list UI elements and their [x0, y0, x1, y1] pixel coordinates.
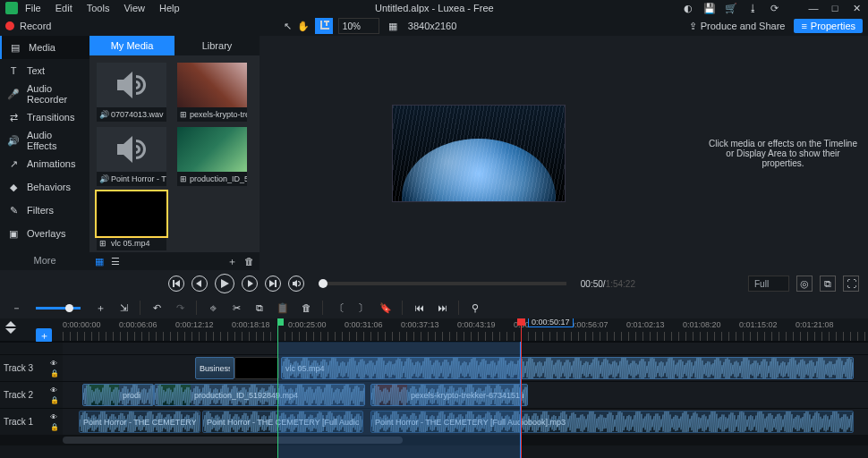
goto-end-button[interactable] [265, 276, 281, 292]
media-tab-my-media[interactable]: My Media [89, 36, 174, 55]
redo-button[interactable]: ↷ [173, 301, 187, 315]
detach-preview-button[interactable]: ⧉ [820, 276, 836, 292]
nav-item-text[interactable]: TText [0, 59, 89, 82]
clip[interactable]: Point Horror - THE CEMETERY [Full Audiob… [370, 411, 854, 433]
view-list-icon[interactable]: ☰ [111, 256, 120, 267]
undo-button[interactable]: ↶ [149, 301, 164, 315]
track-body[interactable]: Point Horror - THE CEMETERY [Full Audiob… [63, 409, 868, 435]
clip[interactable]: Point Horror - THE CEMETERY [Full Audiob… [79, 411, 200, 433]
media-item[interactable]: ⊞pexels-krypto-tre... [177, 63, 247, 122]
nav-item-filters[interactable]: ✎Filters [0, 199, 89, 222]
zoom-in-button[interactable]: ＋ [93, 301, 107, 315]
add-marker-button[interactable]: 🔖 [379, 301, 393, 315]
track-header[interactable]: Track 1👁🔒 [0, 409, 63, 435]
track-body[interactable]: prodiproduction_ID_5192849.mp4pexels-kry… [63, 382, 868, 408]
menu-edit[interactable]: Edit [48, 1, 80, 15]
menu-file[interactable]: File [18, 1, 48, 15]
media-item[interactable]: ⊞production_ID_5... [177, 127, 247, 186]
fullscreen-button[interactable]: ⛶ [843, 276, 859, 292]
mute-button[interactable] [288, 276, 304, 292]
clip[interactable]: production_ID_5192849.mp4 [154, 384, 365, 406]
media-item[interactable]: 🔊Point Horror - TH... [97, 127, 166, 186]
next-frame-button[interactable] [242, 276, 258, 292]
scrub-bar[interactable] [319, 282, 566, 285]
clip[interactable] [234, 357, 279, 379]
maximize-button[interactable]: □ [829, 3, 841, 13]
media-tab-library[interactable]: Library [174, 36, 260, 55]
nav-item-audio-recorder[interactable]: 🎤Audio Recorder [0, 82, 89, 106]
prev-frame-button[interactable] [191, 276, 208, 292]
download-icon[interactable]: ⭳ [746, 3, 759, 13]
nav-item-media[interactable]: ▤Media [0, 36, 89, 59]
goto-start-button[interactable] [168, 276, 184, 292]
preview-canvas[interactable] [260, 36, 698, 270]
prev-marker-button[interactable]: ⏮ [412, 301, 426, 315]
view-grid-icon[interactable]: ▦ [95, 256, 104, 267]
track-body[interactable]: Businessvlc 05.mp4 [63, 355, 868, 381]
scrollbar-thumb[interactable] [63, 437, 403, 444]
playhead[interactable] [521, 318, 522, 458]
refresh-icon[interactable]: ⟳ [768, 3, 780, 14]
menu-tools[interactable]: Tools [80, 1, 117, 15]
save-icon[interactable]: 💾 [703, 3, 716, 14]
aspect-select[interactable]: Full16:94:3 [748, 276, 789, 292]
copy-button[interactable]: ⧉ [252, 301, 267, 315]
crop-tool-button[interactable] [315, 18, 333, 34]
zoom-fit-button[interactable]: ⇲ [116, 301, 131, 315]
cart-icon[interactable]: 🛒 [725, 3, 737, 14]
clip[interactable]: pexels-krypto-trekker-6734151.mp4 [370, 384, 528, 406]
timeline-zoom-slider[interactable] [36, 307, 81, 310]
nav-item-audio-effects[interactable]: 🔊Audio Effects [0, 129, 89, 152]
nav-item-transitions[interactable]: ⇄Transitions [0, 106, 89, 129]
nav-more-button[interactable]: More [0, 250, 89, 270]
delete-button[interactable]: 🗑 [299, 301, 313, 315]
delete-media-icon[interactable]: 🗑 [244, 256, 254, 267]
track-move-up-icon[interactable] [5, 321, 16, 327]
pointer-tool-icon[interactable]: ↖ [284, 21, 292, 32]
paste-button[interactable]: 📋 [276, 301, 290, 315]
next-marker-button[interactable]: ⏭ [435, 301, 449, 315]
account-icon[interactable]: ◐ [682, 3, 694, 14]
canvas-fit-icon[interactable]: ▦ [388, 21, 397, 32]
record-button[interactable]: Record [5, 21, 51, 31]
timeline-scrollbar[interactable] [0, 435, 868, 445]
split-button[interactable]: ⎆ [206, 301, 220, 315]
track-visible-icon[interactable]: 👁 [50, 413, 59, 421]
magnet-button[interactable]: ⚲ [468, 301, 482, 315]
media-item[interactable]: 🔊07074013.wav [97, 63, 166, 122]
clip[interactable]: vlc 05.mp4 [281, 357, 854, 379]
menu-help[interactable]: Help [152, 1, 187, 15]
scrub-handle[interactable] [319, 279, 328, 288]
nav-item-behaviors[interactable]: ◆Behaviors [0, 175, 89, 199]
track-header[interactable]: Track 2👁🔒 [0, 382, 63, 408]
produce-and-share-button[interactable]: ⇪ Produce and Share [689, 21, 786, 32]
clip[interactable]: Business [195, 357, 234, 379]
properties-button[interactable]: ≡ Properties [794, 19, 863, 33]
zoom-knob[interactable] [65, 304, 73, 312]
cut-button[interactable]: ✂ [229, 301, 243, 315]
snapshot-button[interactable]: ◎ [796, 276, 813, 292]
track-visible-icon[interactable]: 👁 [50, 360, 59, 368]
menu-view[interactable]: View [116, 1, 152, 15]
canvas-size-label[interactable]: 3840x2160 [408, 21, 456, 31]
track-header[interactable]: Track 3👁🔒 [0, 355, 63, 381]
mark-out-button[interactable]: 〕 [355, 301, 370, 315]
track-lock-icon[interactable]: 🔒 [50, 423, 59, 431]
add-track-button[interactable]: ＋ [36, 328, 52, 343]
timeline-ruler[interactable]: ＋ 0:00:00:000:00:06:060:00:12:120:00:18:… [0, 318, 868, 342]
clip[interactable]: Point Horror - THE CEMETERY [Full Audiob… [202, 411, 363, 433]
track-move-down-icon[interactable] [5, 328, 16, 334]
add-media-icon[interactable]: ＋ [227, 255, 237, 268]
close-button[interactable]: ✕ [850, 3, 863, 14]
zoom-select[interactable]: 10%25%50%100% [338, 18, 379, 34]
minimize-button[interactable]: — [807, 3, 820, 13]
media-item[interactable]: ⊞vlc 05.mp4 [97, 191, 166, 250]
mark-in-button[interactable]: 〔 [332, 301, 346, 315]
clip[interactable]: prodi [82, 384, 154, 406]
zoom-out-button[interactable]: － [9, 301, 23, 315]
hand-tool-icon[interactable]: ✋ [297, 21, 310, 32]
track-lock-icon[interactable]: 🔒 [50, 369, 59, 377]
nav-item-overlays[interactable]: ▣Overlays [0, 222, 89, 245]
play-button[interactable] [215, 274, 234, 293]
track-lock-icon[interactable]: 🔒 [50, 396, 59, 404]
